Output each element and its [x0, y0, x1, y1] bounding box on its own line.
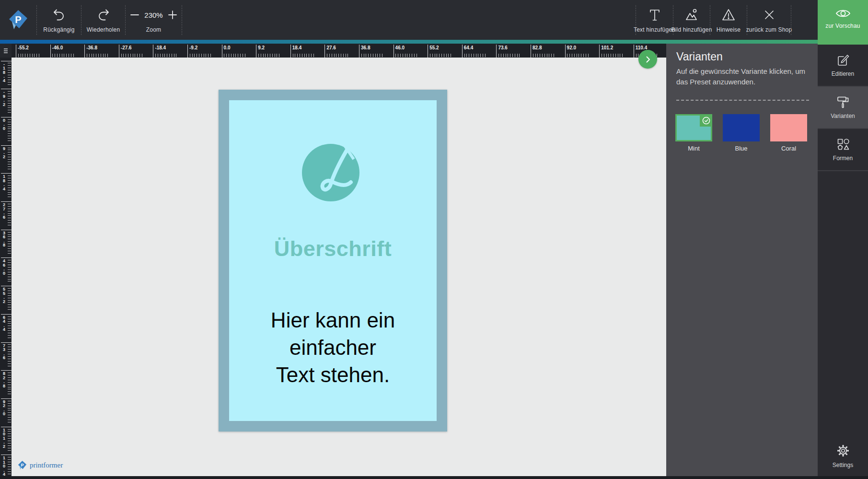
variants-panel: Varianten Auf die gewünschte Variante kl… [666, 44, 818, 476]
ruler-label: -36.8 [86, 45, 97, 50]
plus-icon [167, 10, 178, 20]
chevron-right-icon [644, 56, 652, 63]
ruler-label: 101.2 [601, 45, 613, 50]
ruler-options-button[interactable] [0, 44, 12, 58]
ruler-label: 9.2 [3, 147, 5, 159]
ruler-label: 73.6 [3, 344, 5, 360]
hints-label: Hinweise [717, 26, 741, 33]
brand-wordmark: printformer [30, 461, 63, 469]
settings-button[interactable]: Settings [818, 433, 868, 479]
ruler-label: 101.2 [3, 428, 5, 449]
zoom-in-button[interactable] [167, 10, 178, 20]
zoom-control: 230% Zoom [126, 0, 182, 40]
variant-mint[interactable]: Mint [675, 114, 712, 152]
accent-gradient-bar [0, 40, 818, 44]
variant-label: Blue [735, 145, 747, 152]
ruler-label: 110.4 [636, 45, 647, 50]
poster-heading[interactable]: Überschrift [229, 236, 437, 261]
selected-check-icon [700, 114, 712, 127]
variant-mint-swatch[interactable] [675, 114, 712, 141]
ruler-label: 82.8 [532, 45, 542, 50]
undo-label: Rückgängig [43, 26, 74, 33]
poster-logo-monogram[interactable] [302, 144, 359, 201]
bottom-edge [0, 476, 868, 479]
ruler-label: 36.8 [361, 45, 370, 50]
variant-label: Mint [688, 145, 700, 152]
ruler-label: -18.4 [3, 62, 5, 83]
ruler-label: -18.4 [155, 45, 166, 50]
add-text-button[interactable]: Text hinzufügen [636, 0, 673, 40]
poster-body-line: einfacher [229, 334, 437, 361]
variant-blue[interactable]: Blue [723, 114, 760, 152]
zoom-label: Zoom [146, 26, 161, 33]
variant-blue-swatch[interactable] [723, 114, 760, 141]
tab-varianten[interactable]: Varianten [818, 87, 868, 129]
ruler-label: 27.6 [3, 203, 5, 219]
ruler-label: 46.0 [3, 259, 5, 275]
ruler-label: 55.2 [429, 45, 439, 50]
preview-button[interactable]: zur Vorschau [818, 0, 868, 45]
close-x-icon [763, 6, 775, 23]
menu-lines-icon [3, 47, 9, 54]
dashed-divider [676, 100, 809, 101]
vertical-ruler: -18.4-9.20.09.218.427.636.846.055.264.47… [0, 44, 12, 476]
ruler-label: 92.0 [567, 45, 576, 50]
ruler-label: 0.0 [3, 118, 5, 131]
ruler-label: 18.4 [3, 175, 5, 191]
toolbar-spacer [182, 0, 636, 40]
eye-icon [835, 8, 851, 19]
tab-editieren[interactable]: Editieren [818, 45, 868, 87]
tab-formen[interactable]: Formen [818, 129, 868, 171]
settings-label: Settings [833, 462, 853, 468]
sidebar-spacer [818, 171, 868, 433]
shapes-icon [836, 138, 850, 151]
redo-button[interactable]: Wiederholen [81, 0, 125, 40]
ruler-label: 73.6 [498, 45, 507, 50]
ruler-label: 46.0 [395, 45, 405, 50]
ruler-label: -27.6 [121, 45, 132, 50]
tab-label: Editieren [832, 70, 854, 77]
top-toolbar: P Rückgängig Wiederholen [0, 0, 868, 40]
add-image-button[interactable]: Bild hinzufügen [673, 0, 710, 40]
panel-description: Auf die gewünschte Variante klicken, um … [676, 66, 808, 87]
edit-icon [836, 53, 850, 67]
image-icon [684, 6, 699, 23]
paint-roller-icon [836, 95, 850, 109]
variant-coral-swatch[interactable] [770, 114, 807, 141]
ruler-label: 18.4 [292, 45, 301, 50]
printformer-watermark: P printformer [17, 460, 63, 470]
svg-text:P: P [21, 463, 23, 467]
gear-icon [836, 444, 850, 458]
panel-title: Varianten [676, 50, 818, 63]
ruler-label: 92.0 [3, 400, 5, 416]
tab-label: Varianten [831, 113, 855, 119]
poster-inner: Überschrift Hier kann ein einfacher Text… [229, 100, 437, 421]
ruler-label: 110.4 [3, 456, 5, 476]
printformer-logo-icon: P [7, 9, 29, 31]
variant-coral[interactable]: Coral [770, 114, 807, 152]
editor-app: P Rückgängig Wiederholen [0, 0, 868, 479]
zoom-out-button[interactable] [129, 10, 140, 20]
panel-collapse-button[interactable] [638, 50, 657, 69]
ruler-label: 0.0 [224, 45, 231, 50]
ruler-label: 36.8 [3, 231, 5, 247]
undo-button[interactable]: Rückgängig [37, 0, 81, 40]
poster-body-line: Hier kann ein [229, 306, 437, 334]
printformer-watermark-icon: P [17, 460, 27, 470]
add-text-label: Text hinzufügen [634, 26, 675, 33]
add-image-label: Bild hinzufügen [671, 26, 712, 33]
hints-button[interactable]: Hinweise [710, 0, 747, 40]
poster-body-line: Text stehen. [229, 361, 437, 388]
ruler-label: 64.4 [464, 45, 473, 50]
back-to-shop-button[interactable]: zurück zum Shop [747, 0, 791, 40]
printformer-logo[interactable]: P [0, 0, 36, 40]
minus-icon [129, 10, 140, 20]
ruler-label: 82.8 [3, 372, 5, 388]
ruler-label: -46.0 [52, 45, 63, 50]
ruler-label: 9.2 [258, 45, 265, 50]
poster[interactable]: Überschrift Hier kann ein einfacher Text… [219, 90, 447, 432]
poster-body-text[interactable]: Hier kann ein einfacher Text stehen. [229, 306, 437, 388]
warning-triangle-icon [721, 6, 736, 23]
preview-label: zur Vorschau [825, 23, 860, 29]
text-icon [648, 6, 661, 23]
